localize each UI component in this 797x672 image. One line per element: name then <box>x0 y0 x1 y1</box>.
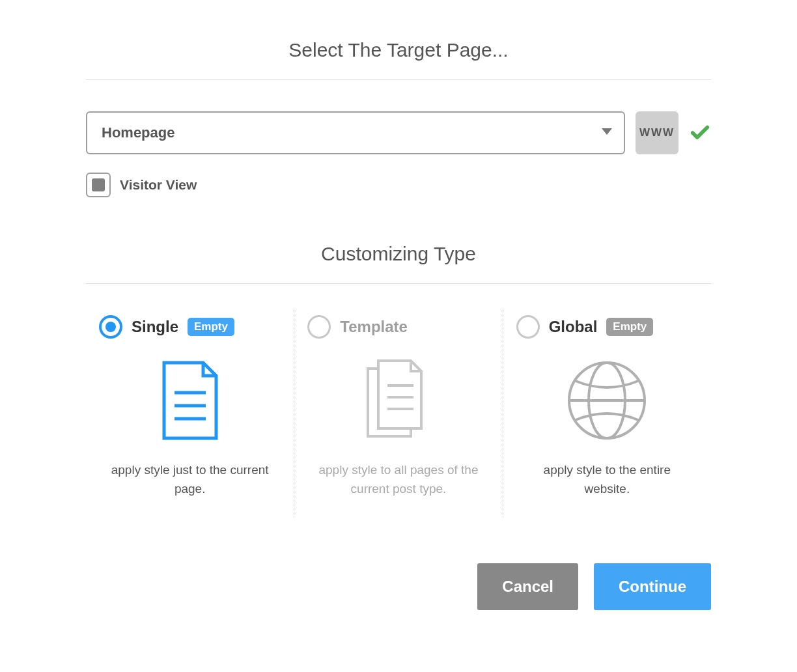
target-page-title: Select The Target Page... <box>86 39 711 61</box>
visitor-view-label: Visitor View <box>120 177 197 193</box>
template-pages-icon <box>363 358 434 443</box>
visitor-view-row: Visitor View <box>86 173 711 197</box>
type-label-single: Single <box>132 318 178 336</box>
footer-buttons: Cancel Continue <box>86 563 711 610</box>
customizing-type-title: Customizing Type <box>86 243 711 265</box>
type-label-global: Global <box>549 318 598 336</box>
cancel-button[interactable]: Cancel <box>477 563 578 610</box>
www-button[interactable]: WWW <box>636 111 678 154</box>
badge-single: Empty <box>188 318 234 336</box>
single-page-icon <box>158 358 223 443</box>
check-icon <box>689 122 711 144</box>
checkbox-checked-icon <box>92 178 105 191</box>
divider <box>86 283 711 284</box>
divider <box>86 79 711 80</box>
badge-global: Empty <box>606 318 653 336</box>
radio-dot-icon <box>105 322 116 332</box>
visitor-view-checkbox[interactable] <box>86 173 111 197</box>
radio-single[interactable] <box>99 315 122 339</box>
type-desc-single: apply style just to the current page. <box>105 461 275 498</box>
type-option-global[interactable]: Global Empty apply style to the entire w… <box>503 309 711 518</box>
type-label-template: Template <box>340 318 408 336</box>
type-option-template[interactable]: Template apply style to all pages of the… <box>294 309 502 518</box>
target-page-select-value: Homepage <box>102 124 175 141</box>
type-desc-global: apply style to the entire website. <box>522 461 692 498</box>
type-option-single[interactable]: Single Empty apply style just to the cur… <box>86 309 294 518</box>
radio-global[interactable] <box>516 315 540 339</box>
radio-template[interactable] <box>307 315 331 339</box>
customizing-type-options: Single Empty apply style just to the cur… <box>86 309 711 518</box>
continue-button[interactable]: Continue <box>594 563 711 610</box>
globe-icon <box>565 358 649 443</box>
target-page-select[interactable]: Homepage <box>86 111 625 154</box>
target-row: Homepage WWW <box>86 111 711 154</box>
type-desc-template: apply style to all pages of the current … <box>314 461 483 498</box>
